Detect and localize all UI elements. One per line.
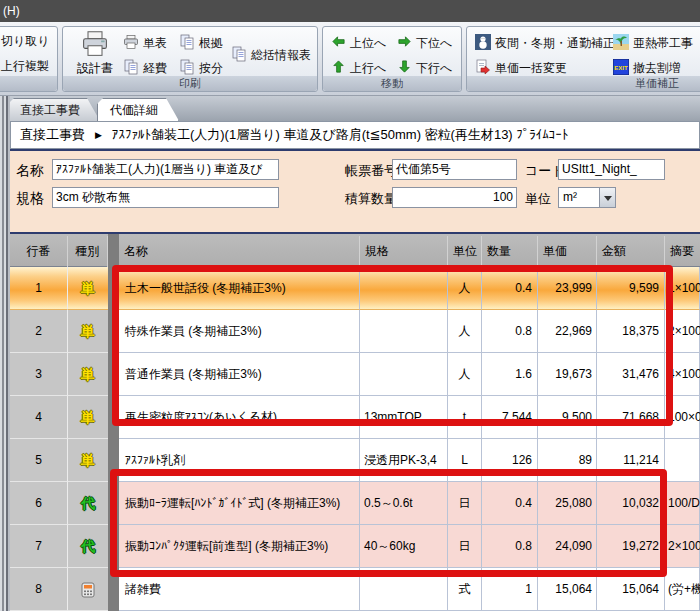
tan-kanji-icon: 単 [81, 452, 95, 468]
row-number: 8 [10, 568, 68, 611]
report-pages-icon [231, 46, 247, 65]
price-adjust-group-label: 単価補正 [467, 76, 700, 91]
col-header-qty[interactable]: 数量 [482, 236, 538, 267]
unit-dropdown[interactable]: m² [558, 187, 616, 208]
row-unit: 人 [448, 353, 482, 396]
toolbar-group-edit: 切り取り 上行複製 [0, 26, 58, 92]
row-note: (労+機 [665, 568, 700, 611]
name-label: 名称 [16, 162, 44, 180]
row-unit: t [448, 396, 482, 439]
row-amount: 18,375 [597, 310, 665, 353]
spec-input[interactable]: 3cm 砂散布無 [52, 187, 279, 208]
summary-report-button[interactable]: 総括情報表 [231, 46, 311, 65]
move-row-up-label: 上行へ [350, 60, 386, 77]
row-price: 22,969 [538, 310, 597, 353]
code-input[interactable]: USItt1_Night_ [558, 159, 665, 180]
row-number: 3 [10, 353, 68, 396]
row-name: ｱｽﾌｧﾙﾄ乳剤 [119, 439, 360, 482]
row-number: 1 [10, 267, 68, 310]
row-unit: 日 [448, 525, 482, 568]
basis-print-button[interactable]: 根拠 [179, 34, 223, 53]
row-amount: 9,599 [597, 267, 665, 310]
chevron-down-icon[interactable] [599, 188, 615, 207]
menu-bar[interactable]: (H) [0, 0, 700, 22]
spec-label: 規格 [16, 190, 44, 208]
arrow-right-icon [397, 34, 412, 52]
menu-help[interactable]: (H) [3, 4, 20, 18]
tan-kanji-icon: 単 [81, 409, 95, 425]
col-header-type[interactable]: 種別 [68, 236, 108, 267]
row-note: 2×100/ [665, 310, 700, 353]
duplicate-row-label: 上行複製 [1, 58, 49, 75]
snowman-icon [475, 34, 491, 53]
night-winter-commute-button[interactable]: 夜間・冬期・通勤補正 [475, 34, 615, 53]
col-header-spec[interactable]: 規格 [360, 236, 448, 267]
col-header-price[interactable]: 単価 [538, 236, 597, 267]
report-number-input[interactable]: 代価第5号 [392, 159, 517, 180]
night-winter-commute-label: 夜間・冬期・通勤補正 [495, 35, 615, 52]
palm-tree-icon [613, 34, 629, 53]
col-header-row-no[interactable]: 行番 [10, 236, 68, 267]
detail-table: 行番 種別 名称 規格 単位 数量 単価 金額 摘要 1 単 土木一般世話役 (… [10, 232, 700, 611]
row-price: 9,500 [538, 396, 597, 439]
row-qty: 126 [482, 439, 538, 482]
estimate-qty-input[interactable]: 100 [392, 187, 517, 208]
col-header-unit[interactable]: 単位 [448, 236, 482, 267]
breadcrumb-path[interactable]: ｱｽﾌｧﾙﾄ舗装工(人力)(1層当り) 車道及び路肩(t≦50mm) 密粒(再生… [112, 127, 568, 142]
row-name: 土木一般世話役 (冬期補正3%) [119, 267, 360, 310]
cut-button[interactable]: 切り取り [1, 33, 50, 50]
col-header-name[interactable]: 名称 [119, 236, 360, 267]
row-name: 普通作業員 (冬期補正3%) [119, 353, 360, 396]
row-number: 5 [10, 439, 68, 482]
tab-detail[interactable]: 代価詳細 [97, 98, 179, 121]
col-header-amount[interactable]: 金額 [597, 236, 665, 267]
tab-direct-cost-label: 直接工事費 [20, 103, 80, 117]
row-amount: 11,214 [597, 439, 665, 482]
row-note: 4×100/ [665, 353, 700, 396]
row-name: 振動ｺﾝﾊﾟｸﾀ運転[前進型] (冬期補正3%) [119, 525, 360, 568]
move-to-child-button[interactable]: 下位へ [397, 34, 452, 52]
row-spec [360, 267, 448, 310]
proration-label: 按分 [199, 60, 223, 77]
move-row-up-button[interactable]: 上行へ [331, 59, 386, 77]
design-doc-label: 設計書 [77, 61, 113, 75]
dai-kanji-icon: 代 [81, 495, 95, 511]
row-name: 諸雑費 [119, 568, 360, 611]
subtropical-work-label: 亜熱帯工事 [633, 35, 693, 52]
row-unit: 式 [448, 568, 482, 611]
tab-direct-cost[interactable]: 直接工事費 [8, 98, 100, 121]
toolbar-group-print: 設計書 単表 経費 根拠 按分 総括情報表 印刷 [62, 26, 318, 92]
row-amount: 71,668 [597, 396, 665, 439]
row-spec [360, 353, 448, 396]
row-qty: 7.544 [482, 396, 538, 439]
unit-table-print-button[interactable]: 単表 [123, 34, 167, 53]
row-type-cell: 単 [68, 310, 108, 353]
row-price: 89 [538, 439, 597, 482]
row-unit: 日 [448, 482, 482, 525]
row-qty: 1 [482, 568, 538, 611]
row-amount: 15,064 [597, 568, 665, 611]
subtropical-work-button[interactable]: 亜熱帯工事 [613, 34, 693, 53]
row-note: 100×0. [665, 396, 700, 439]
row-spec: 40～60kg [360, 525, 448, 568]
row-qty: 0.4 [482, 267, 538, 310]
summary-report-label: 総括情報表 [251, 47, 311, 64]
col-header-note[interactable]: 摘要 [665, 236, 700, 267]
row-spec: 13mmTOP [360, 396, 448, 439]
row-type-cell: 代 [68, 525, 108, 568]
design-doc-button[interactable]: 設計書 [68, 30, 122, 77]
move-to-parent-button[interactable]: 上位へ [331, 34, 386, 52]
move-group-label: 移動 [323, 76, 461, 91]
row-indicator-strip [108, 234, 119, 611]
duplicate-row-button[interactable]: 上行複製 [1, 58, 49, 75]
report-number-label: 帳票番号 [345, 162, 397, 180]
move-row-down-button[interactable]: 下行へ [397, 59, 452, 77]
printer-small-icon [123, 34, 139, 53]
row-qty: 0.8 [482, 310, 538, 353]
arrow-down-icon [397, 59, 412, 77]
name-input[interactable]: ｱｽﾌｧﾙﾄ舗装工(人力)(1層当り) 車道及び [52, 159, 279, 180]
tan-kanji-icon: 単 [81, 366, 95, 382]
row-spec [360, 310, 448, 353]
row-note: 1×100/ [665, 267, 700, 310]
breadcrumb-root[interactable]: 直接工事費 [20, 127, 85, 142]
